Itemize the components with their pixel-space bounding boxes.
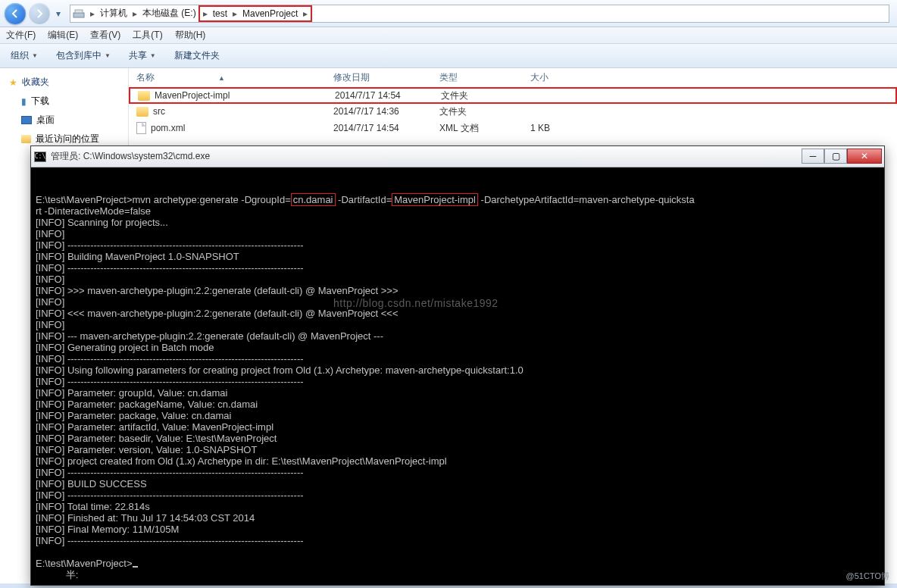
cmd-line: [INFO] Generating project in Batch mode (36, 342, 880, 353)
cmd-line: rt -DinteractiveMode=false (36, 205, 880, 217)
chevron-right-icon[interactable]: ▸ (300, 8, 311, 19)
menu-edit[interactable]: 编辑(E) (48, 29, 78, 42)
cmd-line: [INFO] ---------------------------------… (36, 467, 880, 478)
cmd-line: [INFO] ---------------------------------… (36, 535, 880, 546)
cmd-line: [INFO] Parameter: groupId, Value: cn.dam… (36, 387, 880, 399)
cmd-line: [INFO] Final Memory: 11M/105M (36, 524, 880, 535)
explorer-nav-bar: ▾ ▸计算机 ▸本地磁盘 (E:) ▸test ▸MavenProject ▸ (0, 0, 897, 27)
cmd-line: [INFO] Parameter: package, Value: cn.dam… (36, 410, 880, 421)
cmd-line: [INFO] Parameter: artifactId, Value: Mav… (36, 421, 880, 433)
desktop-icon (21, 116, 32, 124)
menu-tools[interactable]: 工具(T) (133, 29, 162, 42)
column-headers[interactable]: 名称▲ 修改日期 类型 大小 (129, 68, 897, 88)
cmd-line: [INFO] (36, 319, 880, 330)
chevron-right-icon[interactable]: ▸ (130, 8, 140, 19)
cursor (133, 566, 138, 568)
menu-view[interactable]: 查看(V) (90, 29, 120, 42)
highlight-groupid: cn.damai (291, 193, 336, 206)
svg-rect-1 (75, 10, 83, 13)
cmd-line: [INFO] (36, 274, 880, 285)
chevron-right-icon[interactable]: ▸ (87, 8, 98, 19)
cmd-line (36, 183, 880, 194)
chevron-right-icon[interactable]: ▸ (230, 8, 240, 19)
cmd-line (36, 546, 880, 558)
sidebar-desktop[interactable]: 桌面 (0, 111, 128, 130)
nav-history-dropdown[interactable]: ▾ (53, 6, 64, 21)
cmd-line: [INFO] --- maven-archetype-plugin:2.2:ge… (36, 330, 880, 342)
address-bar[interactable]: ▸计算机 ▸本地磁盘 (E:) ▸test ▸MavenProject ▸ (70, 5, 889, 23)
sidebar-favorites[interactable]: ★收藏夹 (0, 73, 128, 92)
svg-rect-0 (73, 13, 84, 17)
crumb-mavenproject[interactable]: MavenProject (240, 8, 300, 19)
folder-icon (136, 107, 148, 117)
close-button[interactable]: ✕ (847, 149, 882, 164)
highlight-artifactid: MavenProject-impl (392, 193, 478, 206)
cmd-line: [INFO] Using following parameters for cr… (36, 364, 880, 376)
drive-icon (70, 8, 87, 19)
tool-share[interactable]: 共享▼ (124, 47, 161, 64)
minimize-button[interactable]: ─ (802, 149, 824, 164)
table-row[interactable]: MavenProject-impl 2014/7/17 14:54文件夹 (129, 87, 897, 104)
cmd-title-text: 管理员: C:\Windows\system32\cmd.exe (51, 150, 802, 163)
menu-bar: 文件(F) 编辑(E) 查看(V) 工具(T) 帮助(H) (0, 27, 897, 44)
cmd-line: [INFO] ---------------------------------… (36, 239, 880, 251)
crumb-drive[interactable]: 本地磁盘 (E:) (140, 7, 198, 20)
table-row[interactable]: pom.xml 2014/7/17 14:54XML 文档1 KB (129, 120, 897, 136)
recent-icon (21, 135, 31, 143)
cmd-line: [INFO] ---------------------------------… (36, 489, 880, 501)
tool-organize[interactable]: 组织▼ (6, 47, 42, 64)
cmd-line: [INFO] Building MavenProject 1.0-SNAPSHO… (36, 251, 880, 262)
cmd-line: [INFO] ---------------------------------… (36, 262, 880, 274)
cmd-line: [INFO] ---------------------------------… (36, 353, 880, 364)
cmd-line: [INFO] BUILD SUCCESS (36, 478, 880, 489)
tool-include[interactable]: 包含到库中▼ (52, 47, 115, 64)
cmd-icon: C:\ (34, 152, 46, 162)
col-size[interactable]: 大小 (530, 71, 621, 84)
cmd-window: C:\ 管理员: C:\Windows\system32\cmd.exe ─ ▢… (30, 145, 885, 586)
cmd-line: [INFO] ---------------------------------… (36, 376, 880, 387)
toolbar: 组织▼ 包含到库中▼ 共享▼ 新建文件夹 (0, 44, 897, 68)
crumb-computer[interactable]: 计算机 (98, 7, 130, 20)
cmd-line: [INFO] project created from Old (1.x) Ar… (36, 455, 880, 467)
col-date[interactable]: 修改日期 (333, 71, 439, 84)
star-icon: ★ (9, 77, 17, 88)
crumb-test[interactable]: test (211, 8, 230, 19)
cmd-line: [INFO] Finished at: Thu Jul 17 14:54:03 … (36, 512, 880, 524)
cmd-line: [INFO] >>> maven-archetype-plugin:2.2:ge… (36, 285, 880, 296)
cmd-line: [INFO] <<< maven-archetype-plugin:2.2:ge… (36, 308, 880, 319)
cmd-output[interactable]: E:\test\MavenProject>mvn archetype:gener… (31, 167, 884, 585)
ime-indicator: 半: (36, 569, 880, 580)
cmd-line: [INFO] Parameter: basedir, Value: E:\tes… (36, 433, 880, 444)
maximize-button[interactable]: ▢ (824, 149, 847, 164)
cmd-line: [INFO] (36, 228, 880, 239)
credit-text: @51CTO博 (846, 571, 889, 582)
cmd-line: [INFO] Scanning for projects... (36, 217, 880, 228)
folder-icon (138, 91, 150, 101)
table-row[interactable]: src 2014/7/17 14:36文件夹 (129, 103, 897, 120)
file-icon (136, 122, 146, 134)
cmd-prompt: E:\test\MavenProject> (36, 558, 880, 569)
cmd-line: [INFO] Parameter: version, Value: 1.0-SN… (36, 444, 880, 455)
col-name[interactable]: 名称▲ (136, 71, 333, 84)
nav-forward-button[interactable] (29, 3, 50, 24)
cmd-line: [INFO] Parameter: packageName, Value: cn… (36, 399, 880, 410)
col-type[interactable]: 类型 (439, 71, 530, 84)
nav-back-button[interactable] (5, 3, 26, 24)
chevron-right-icon[interactable]: ▸ (200, 8, 211, 19)
menu-file[interactable]: 文件(F) (6, 29, 36, 42)
sort-ascending-icon: ▲ (218, 74, 225, 82)
cmd-title-bar[interactable]: C:\ 管理员: C:\Windows\system32\cmd.exe ─ ▢… (31, 146, 884, 167)
download-icon: ▮ (21, 96, 27, 107)
sidebar-downloads[interactable]: ▮下载 (0, 92, 128, 111)
cmd-line: E:\test\MavenProject>mvn archetype:gener… (36, 194, 880, 205)
menu-help[interactable]: 帮助(H) (175, 29, 206, 42)
tool-new-folder[interactable]: 新建文件夹 (170, 47, 224, 64)
cmd-line: [INFO] Total time: 22.814s (36, 501, 880, 512)
watermark: http://blog.csdn.net/mistake1992 (333, 297, 499, 309)
